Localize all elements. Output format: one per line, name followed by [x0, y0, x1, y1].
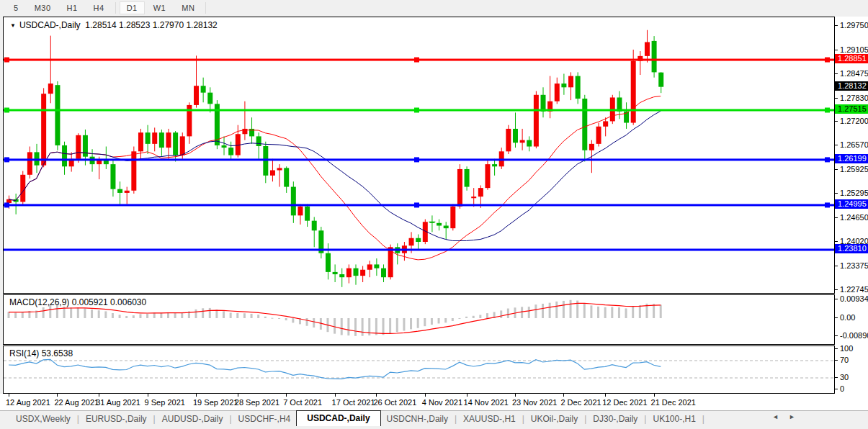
toolbar-lead [1, 6, 5, 10]
date-tick [335, 394, 336, 397]
macd-axis-label: -0.00890 [840, 331, 868, 340]
price-tick-dash [835, 266, 838, 266]
date-axis[interactable]: 12 Aug 202122 Aug 202131 Aug 20219 Sep 2… [0, 394, 868, 410]
rsi-tick-dash [835, 360, 838, 361]
date-label: 19 Sep 2021 [193, 398, 238, 407]
window-bottom-strip [0, 426, 868, 429]
price-tick-label: 1.29105 [840, 45, 868, 54]
chart-title: ▼USDCAD-,Daily 1.28514 1.28523 1.27970 1… [10, 20, 218, 30]
candlestick-chart [4, 17, 834, 293]
date-tick [425, 394, 426, 397]
macd-values: 0.005921 0.006030 [72, 297, 146, 307]
price-line-badge: 1.27515 [835, 104, 868, 114]
date-label: 21 Dec 2021 [651, 398, 696, 407]
date-label: 9 Sep 2021 [145, 398, 185, 407]
price-tick-label: 1.23375 [840, 261, 868, 270]
macd-pane[interactable]: MACD(12,26,9) 0.005921 0.006030 [3, 294, 835, 345]
timeframe-button-5[interactable]: 5 [6, 1, 26, 14]
price-line-badge: 1.26199 [835, 154, 868, 163]
chart-ohlc-values: 1.28514 1.28523 1.27970 1.28132 [85, 20, 218, 30]
price-tick-dash [835, 98, 838, 99]
rsi-tick-dash [835, 377, 838, 378]
date-label: 23 Nov 2021 [512, 398, 557, 407]
price-tick-label: 1.25295 [840, 189, 868, 197]
tab-eurusd-daily[interactable]: EURUSD-,Daily [80, 412, 153, 425]
date-label: 22 Aug 2021 [54, 398, 99, 407]
timeframe-button-mn[interactable]: MN [174, 1, 202, 14]
macd-axis-label: 0.00 [840, 313, 855, 322]
date-label: 17 Oct 2021 [332, 398, 375, 407]
main-chart-pane[interactable]: ▼USDCAD-,Daily 1.28514 1.28523 1.27970 1… [3, 17, 835, 294]
chart-tabs: USDX,Weekly|EURUSD-,Daily|AUDUSD-,Daily|… [0, 410, 868, 427]
rsi-tick-dash [835, 389, 838, 389]
date-label: 31 Aug 2021 [96, 398, 140, 407]
candles [6, 30, 663, 287]
date-label: 28 Sep 2021 [235, 398, 279, 407]
price-line-badge: 1.28851 [835, 54, 868, 63]
rsi-axis-label: 70 [840, 356, 849, 364]
date-label: 2 Dec 2021 [560, 398, 601, 407]
timeframe-toolbar: 5M30H1H4D1W1MN [0, 0, 868, 16]
date-label: 12 Dec 2021 [602, 398, 647, 407]
date-label: 12 Aug 2021 [6, 398, 50, 407]
current-price-badge: 1.28132 [835, 81, 868, 91]
date-tick [238, 394, 238, 397]
tab-uk100-h1[interactable]: UK100-,H1 [647, 412, 701, 425]
scroll-right-icon[interactable]: ► [789, 413, 805, 420]
tab-usdcad-daily[interactable]: USDCAD-,Daily [296, 410, 380, 427]
toolbar-separator [205, 2, 206, 14]
price-tick-label: 1.24650 [840, 213, 868, 222]
rsi-axis-label: 0 [840, 384, 844, 393]
timeframe-button-m30[interactable]: M30 [27, 1, 58, 14]
moving-average-fast [9, 96, 661, 260]
price-tick-dash [835, 145, 838, 145]
macd-tick-dash [835, 317, 838, 318]
price-tick-label: 1.22745 [840, 285, 868, 294]
rsi-line [9, 359, 661, 379]
tab-ukoil-daily[interactable]: UKOil-,Daily [525, 412, 583, 425]
chart-symbol: USDCAD-,Daily [19, 20, 81, 30]
price-tick-dash [835, 50, 838, 50]
price-tick-dash [835, 193, 838, 194]
date-tick [9, 394, 9, 397]
date-tick [563, 394, 564, 397]
date-tick [57, 394, 58, 397]
rsi-tick-dash [835, 348, 838, 349]
tab-usdx-weekly[interactable]: USDX,Weekly [10, 412, 76, 425]
date-tick [99, 394, 99, 397]
rsi-pane[interactable]: RSI(14) 53.6538 [3, 346, 835, 394]
date-label: 4 Nov 2021 [422, 398, 462, 407]
date-tick [654, 394, 655, 397]
price-tick-dash [835, 73, 838, 74]
price-tick-dash [835, 121, 838, 122]
price-tick-label: 1.27830 [840, 94, 868, 102]
tab-usdcnh-daily[interactable]: USDCNH-,Daily [381, 412, 454, 425]
tab-dj30-daily[interactable]: DJ30-,Daily [587, 412, 643, 425]
tab-xauusd-h1[interactable]: XAUUSD-,H1 [457, 412, 522, 425]
scroll-left-icon[interactable]: ◄ [772, 413, 789, 420]
price-line-badge: 1.24995 [835, 199, 868, 209]
price-tick-label: 1.29750 [840, 21, 868, 30]
price-tick-label: 1.25925 [840, 165, 868, 173]
tab-separator: | [702, 414, 705, 424]
timeframe-button-h4[interactable]: H4 [86, 1, 112, 14]
date-label: 7 Oct 2021 [283, 398, 322, 407]
moving-average-slow [9, 111, 661, 240]
horizontal-lines[interactable] [4, 58, 834, 251]
tab-audusd-daily[interactable]: AUDUSD-,Daily [156, 412, 229, 425]
timeframe-button-d1[interactable]: D1 [120, 1, 145, 14]
date-tick [286, 394, 287, 397]
price-tick-dash [835, 25, 838, 26]
timeframe-button-w1[interactable]: W1 [146, 1, 174, 14]
tab-scroll-arrows: ◄► [772, 413, 805, 420]
price-tick-dash [835, 169, 838, 170]
timeframe-button-h1[interactable]: H1 [60, 1, 85, 14]
price-tick-label: 1.27200 [840, 117, 868, 125]
date-tick [148, 394, 148, 397]
price-tick-dash [835, 241, 838, 242]
price-axis[interactable]: 1.297501.291051.284751.278301.272001.265… [835, 17, 868, 410]
triangle-down-icon[interactable]: ▼ [10, 22, 16, 29]
macd-axis-label: 0.009345 [840, 294, 868, 303]
tab-usdchf-h4[interactable]: USDCHF-,H4 [233, 412, 297, 425]
rsi-chart [4, 346, 834, 393]
